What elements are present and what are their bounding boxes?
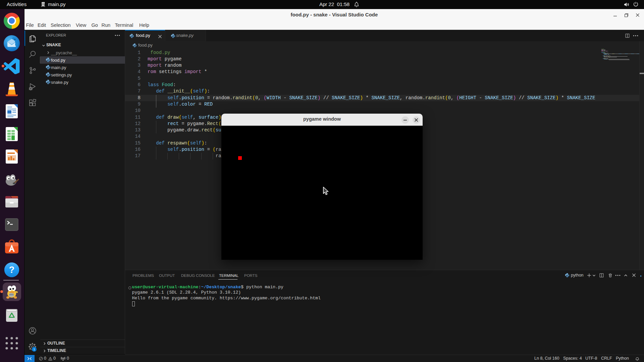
- svg-text:?: ?: [9, 265, 15, 275]
